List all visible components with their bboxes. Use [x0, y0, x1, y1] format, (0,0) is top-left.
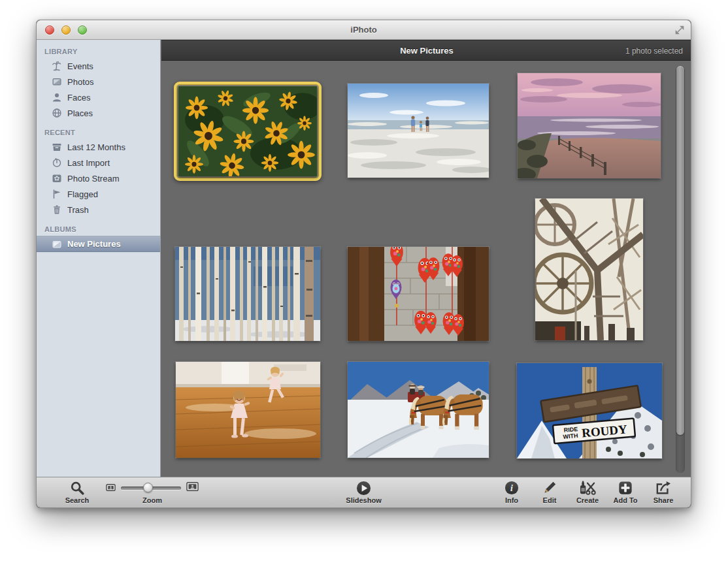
photo-thumbnail-sunset-beach[interactable]: [518, 73, 661, 178]
fullscreen-icon[interactable]: [675, 25, 684, 35]
edit-button[interactable]: Edit: [534, 477, 565, 504]
create-label: Create: [576, 496, 599, 504]
trash-icon: [51, 204, 62, 216]
flag-icon: [51, 189, 62, 200]
photo-grid-area: New Pictures 1 photo selected: [161, 40, 691, 498]
zoom-slider-track[interactable]: [121, 487, 181, 490]
photo-thumbnail-flowers[interactable]: [178, 86, 317, 176]
sidebar-section-library: LIBRARY: [37, 40, 160, 58]
photo-thumbnail-aspen-trees[interactable]: [175, 247, 320, 341]
photo-thumbnail-sleigh-horses[interactable]: [348, 362, 489, 458]
sidebar-item-places[interactable]: Places: [37, 105, 160, 121]
search-button[interactable]: Search: [63, 477, 91, 507]
share-button[interactable]: Share: [648, 477, 679, 504]
flower-stream-icon: [51, 173, 62, 184]
photo-thumbnail-fish-ornaments[interactable]: [348, 247, 489, 341]
zoom-label: Zoom: [142, 496, 162, 504]
sidebar-section-recent: RECENT: [37, 121, 160, 139]
sidebar-item-label: Events: [67, 61, 93, 71]
create-button[interactable]: Create: [572, 477, 603, 504]
share-icon: [655, 481, 671, 495]
info-button[interactable]: i Info: [496, 477, 527, 504]
slideshow-button[interactable]: Slideshow: [344, 477, 384, 504]
photo-thumbnail-dancing-children[interactable]: [176, 362, 320, 458]
album-header-bar: New Pictures 1 photo selected: [161, 40, 691, 61]
iphoto-window: iPhoto LIBRARY: [36, 20, 691, 508]
edit-label: Edit: [543, 496, 557, 504]
add-to-label: Add To: [613, 496, 637, 504]
sidebar-item-photo-stream[interactable]: Photo Stream: [37, 170, 160, 186]
title-bar: iPhoto: [37, 20, 691, 40]
sidebar-section-albums: ALBUMS: [37, 217, 160, 236]
palm-tree-icon: [51, 61, 62, 72]
info-label: Info: [505, 496, 518, 504]
photo-thumbnail-beach-family[interactable]: [348, 84, 489, 178]
search-label: Search: [65, 496, 90, 504]
add-to-button[interactable]: Add To: [610, 477, 641, 504]
sidebar-item-label: Photos: [67, 77, 93, 87]
slideshow-label: Slideshow: [346, 496, 381, 504]
sidebar-item-label: Last 12 Months: [67, 142, 125, 152]
sidebar-item-trash[interactable]: Trash: [37, 202, 160, 217]
svg-text:i: i: [510, 483, 513, 493]
scrollbar-track[interactable]: [676, 66, 685, 473]
album-icon: [51, 238, 62, 249]
globe-icon: [51, 108, 62, 119]
info-icon: i: [505, 481, 519, 495]
sidebar-item-flagged[interactable]: Flagged: [37, 186, 160, 202]
sidebar-item-label: New Pictures: [67, 239, 121, 249]
sidebar-item-label: Photo Stream: [67, 174, 120, 184]
sign-text-line2: WITH: [563, 432, 578, 440]
archive-box-icon: [51, 142, 62, 153]
clock-icon: [51, 157, 62, 168]
zoom-in-photo-icon: [186, 482, 199, 494]
bottom-toolbar: Search: [37, 477, 691, 507]
plus-square-icon: [618, 481, 633, 495]
sidebar-item-events[interactable]: Events: [37, 58, 160, 74]
slideshow-play-icon: [356, 481, 371, 495]
window-title: iPhoto: [37, 25, 691, 35]
selected-photo-frame: [174, 82, 322, 181]
photo-icon: [51, 76, 62, 88]
selection-status: 1 photo selected: [625, 46, 683, 56]
zoom-slider-thumb[interactable]: [143, 483, 153, 492]
share-label: Share: [654, 496, 674, 504]
sidebar-item-label: Flagged: [67, 189, 98, 199]
sidebar-item-photos[interactable]: Photos: [37, 74, 160, 89]
scrollbar-thumb[interactable]: [676, 66, 684, 435]
person-icon: [51, 92, 62, 103]
create-glue-scissors-icon: [578, 481, 597, 495]
sidebar-item-label: Trash: [67, 205, 89, 215]
sidebar-item-label: Places: [67, 108, 93, 118]
sidebar-item-label: Faces: [67, 93, 90, 103]
sidebar-item-last-12-months[interactable]: Last 12 Months: [37, 139, 160, 155]
photo-thumbnail-eiffel-structure[interactable]: [535, 199, 643, 340]
sidebar: LIBRARY Events Photos: [37, 40, 161, 498]
sidebar-item-new-pictures[interactable]: New Pictures: [37, 236, 160, 252]
sidebar-item-label: Last Import: [67, 158, 110, 168]
sidebar-item-faces[interactable]: Faces: [37, 89, 160, 105]
photo-thumbnail-roudy-sign[interactable]: RIDE WITH ROUDY: [517, 363, 662, 458]
zoom-out-photo-icon: [106, 482, 116, 494]
search-icon: [70, 481, 84, 495]
album-title: New Pictures: [161, 46, 691, 56]
pencil-icon: [542, 481, 557, 495]
sidebar-item-last-import[interactable]: Last Import: [37, 155, 160, 170]
zoom-slider-group: Zoom: [106, 477, 199, 507]
